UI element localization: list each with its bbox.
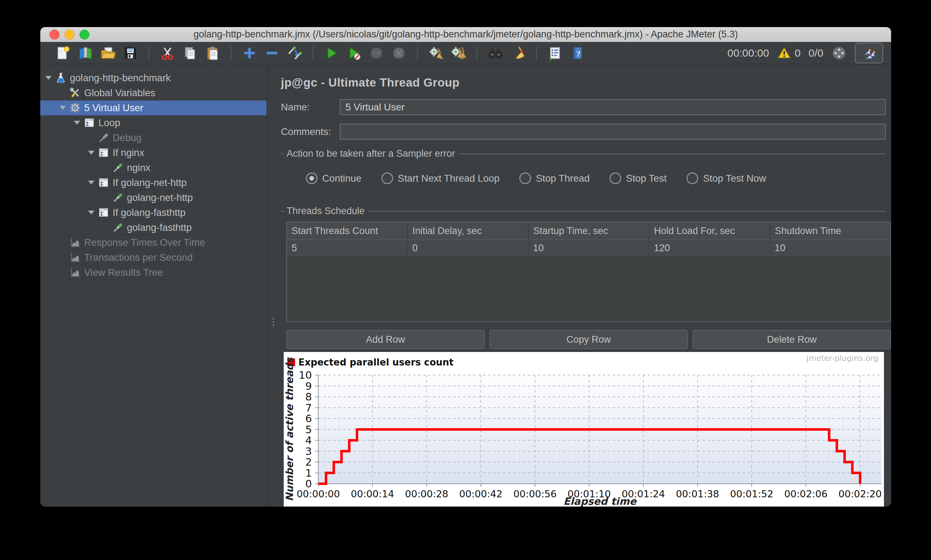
jmeter-window: golang-http-benchmark.jmx (/Users/nicola… [40, 27, 891, 506]
chart-plot: 01234567891000:00:0000:00:1400:00:2800:0… [284, 352, 884, 506]
svg-text:00:00:14: 00:00:14 [351, 488, 394, 500]
tree-item-if-golang-net-http[interactable]: If golang-net-http [40, 175, 267, 190]
expand-arrow-icon[interactable] [88, 211, 94, 214]
clear-all-button[interactable] [450, 45, 467, 62]
warning-icon[interactable] [777, 46, 791, 60]
table-header-row: Start Threads CountInitial Delay, secSta… [287, 222, 890, 240]
tree-item-loop[interactable]: Loop [40, 115, 267, 131]
toolbar-separator [417, 46, 418, 60]
comments-label: Comments: [281, 126, 340, 137]
zoom-window-button[interactable] [80, 29, 89, 40]
tree-item-response-times-over-time[interactable]: Response Times Over Time [40, 235, 267, 250]
toolbar-separator [476, 46, 477, 60]
templates-button[interactable] [77, 45, 94, 62]
name-label: Name: [281, 102, 340, 113]
svg-text:00:02:20: 00:02:20 [839, 488, 882, 500]
open-file-button[interactable] [99, 45, 117, 62]
tree-item-5-virtual-user[interactable]: 5 Virtual User [40, 100, 267, 115]
toolbar-separator [313, 46, 313, 60]
name-input[interactable] [340, 99, 886, 115]
dropper-icon [112, 192, 124, 203]
remove-button[interactable] [264, 45, 281, 62]
clear-button[interactable] [427, 45, 444, 62]
controller-icon [98, 177, 109, 188]
save-icon [123, 45, 138, 61]
tree-item-golang-fasthttp[interactable]: golang-fasthttp [40, 220, 267, 235]
radio-stop-test[interactable]: Stop Test [609, 172, 666, 184]
search-button[interactable] [487, 45, 504, 62]
tree-item-global-variables[interactable]: Global Variables [40, 86, 267, 100]
table-cell[interactable]: 0 [408, 240, 529, 256]
update-button[interactable] [286, 45, 303, 62]
copy-button[interactable] [182, 45, 199, 62]
radio-circle-icon[interactable] [686, 172, 698, 184]
paste-icon [205, 45, 220, 61]
paste-button[interactable] [204, 45, 221, 62]
start-button[interactable] [323, 45, 340, 62]
radio-continue[interactable]: Continue [306, 172, 361, 184]
tree-item-label: If golang-fasthttp [113, 207, 186, 218]
search-reset-button[interactable] [509, 45, 526, 62]
add-button[interactable] [241, 45, 258, 62]
tree-item-view-results-tree[interactable]: View Results Tree [40, 265, 267, 280]
svg-text:0: 0 [305, 478, 312, 490]
search-reset-icon [510, 45, 526, 61]
panel-splitter[interactable]: ⋮ [267, 65, 273, 506]
test-plan-tree: golang-http-benchmarkGlobal Variables5 V… [40, 65, 267, 506]
shutdown-button[interactable] [390, 45, 407, 62]
delete-row-button[interactable]: Delete Row [692, 330, 891, 349]
svg-text:Elapsed time: Elapsed time [564, 495, 637, 506]
svg-text:00:00:42: 00:00:42 [459, 488, 502, 500]
comments-input[interactable] [340, 124, 886, 140]
new-file-icon [55, 45, 71, 61]
expand-arrow-icon[interactable] [88, 181, 94, 185]
tree-item-golang-net-http[interactable]: golang-net-http [40, 190, 267, 205]
dropper-icon [112, 222, 124, 233]
table-cell[interactable]: 120 [649, 240, 770, 256]
function-helper-button[interactable] [546, 45, 564, 62]
radio-circle-icon[interactable] [519, 172, 531, 184]
help-button[interactable]: ? [569, 45, 586, 62]
stop-button[interactable]: STOP [368, 45, 385, 62]
radio-circle-icon[interactable] [609, 172, 621, 184]
threads-schedule-table[interactable]: Start Threads CountInitial Delay, secSta… [286, 222, 891, 322]
table-cell[interactable]: 5 [287, 240, 408, 256]
table-row[interactable]: 501012010 [287, 240, 890, 256]
start-icon [324, 45, 339, 61]
tree-item-label: golang-net-http [127, 192, 193, 203]
table-cell[interactable]: 10 [770, 240, 890, 256]
table-cell[interactable]: 10 [529, 240, 649, 256]
radio-start-next-thread-loop[interactable]: Start Next Thread Loop [381, 172, 499, 184]
tree-item-if-nginx[interactable]: If nginx [40, 145, 267, 160]
expand-arrow-icon[interactable] [60, 106, 66, 110]
tree-item-label: golang-fasthttp [127, 222, 192, 233]
help-icon: ? [570, 45, 585, 61]
save-button[interactable] [122, 45, 139, 62]
copy-row-button[interactable]: Copy Row [489, 330, 688, 349]
close-window-button[interactable] [49, 29, 60, 40]
tree-item-label: nginx [127, 162, 150, 174]
add-row-button[interactable]: Add Row [286, 330, 485, 349]
radio-circle-icon[interactable] [306, 172, 318, 184]
expand-arrow-icon[interactable] [45, 76, 52, 80]
radio-circle-icon[interactable] [381, 172, 393, 184]
tree-item-nginx[interactable]: nginx [40, 160, 267, 175]
tree-item-debug[interactable]: Debug [40, 131, 267, 145]
expand-arrow-icon[interactable] [74, 121, 80, 125]
config-panel: jp@gc - Ultimate Thread Group Name: Comm… [273, 65, 891, 506]
start-no-timers-button[interactable] [345, 45, 362, 62]
remote-start-icon[interactable] [831, 45, 847, 61]
plugins-manager-button[interactable] [855, 43, 883, 63]
tree-item-if-golang-fasthttp[interactable]: If golang-fasthttp [40, 205, 267, 220]
expand-arrow-icon[interactable] [88, 151, 94, 155]
new-file-button[interactable] [54, 45, 72, 62]
column-header: Initial Delay, sec [408, 222, 529, 240]
tree-item-transactions-per-second[interactable]: Transactions per Second [40, 250, 267, 265]
radio-stop-test-now[interactable]: Stop Test Now [686, 172, 766, 184]
radio-stop-thread[interactable]: Stop Thread [519, 172, 590, 184]
cut-button[interactable] [159, 45, 176, 62]
remove-icon [264, 45, 280, 61]
tree-item-golang-http-benchmark[interactable]: golang-http-benchmark [40, 71, 267, 86]
minimize-window-button[interactable] [65, 29, 74, 40]
threads-preview-chart: jmeter-plugins.org Expected parallel use… [284, 352, 884, 506]
